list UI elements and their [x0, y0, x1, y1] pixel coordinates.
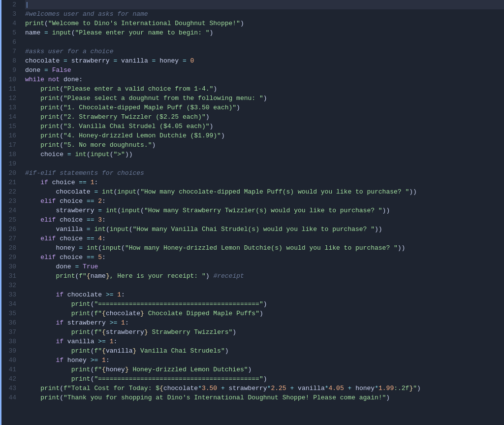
line-num-3: 3 [1, 9, 16, 19]
line-num-43: 43 [1, 384, 16, 393]
line-num-34: 34 [1, 299, 16, 309]
code-line-14: print("2. Strawberry Twizzler ($2.25 eac… [25, 112, 504, 122]
line-num-25: 25 [1, 215, 16, 225]
line-num-6: 6 [1, 37, 16, 47]
code-line-15: print("3. Vanilla Chai Strudel ($4.05 ea… [25, 122, 504, 131]
line-num-31: 31 [1, 271, 16, 281]
line-num-37: 37 [1, 327, 16, 337]
line-num-11: 11 [1, 84, 16, 94]
line-num-22: 22 [1, 187, 16, 196]
line-num-36: 36 [1, 318, 16, 327]
code-line-16: print("4. Honey-drizzled Lemon Dutchie (… [25, 131, 504, 140]
code-line-11: print("Please enter a valid choice from … [25, 84, 504, 94]
line-num-20: 20 [1, 168, 16, 178]
code-line-6 [25, 37, 504, 47]
line-num-28: 28 [1, 243, 16, 253]
line-num-10: 10 [1, 75, 16, 84]
code-line-23: elif choice == 2: [25, 196, 504, 206]
line-num-39: 39 [1, 346, 16, 356]
code-line-3: #welcomes user and asks for name [25, 9, 504, 19]
code-line-4: print("Welcome to Dino's International D… [25, 19, 504, 28]
line-num-29: 29 [1, 253, 16, 262]
code-line-22: chocolate = int(input("How many chocolat… [25, 187, 504, 196]
code-line-21: if choice == 1: [25, 178, 504, 187]
code-line-38: if vanilla >= 1: [25, 337, 504, 346]
code-line-30: done = True [25, 262, 504, 271]
code-line-12: print("Please select a doughnut from the… [25, 94, 504, 103]
line-num-5: 5 [1, 28, 16, 37]
code-line-13: print("1. Chocolate-dipped Maple Puff ($… [25, 103, 504, 112]
line-num-18: 18 [1, 150, 16, 159]
code-content[interactable]: | #welcomes user and asks for name print… [20, 0, 504, 425]
line-num-35: 35 [1, 309, 16, 318]
code-line-44: print("Thank you for shopping at Dino's … [25, 393, 504, 402]
code-line-31: print(f"{name}, Here is your receipt: ")… [25, 271, 504, 281]
line-num-44: 44 [1, 393, 16, 402]
line-numbers: 2 3 4 5 6 7 8 9 10 11 12 13 14 15 16 17 … [1, 0, 20, 425]
code-line-2: | [25, 0, 504, 9]
code-line-34: print("=================================… [25, 299, 504, 309]
code-line-17: print("5. No more doughnuts.") [25, 140, 504, 150]
line-num-27: 27 [1, 234, 16, 243]
code-line-10: while not done: [25, 75, 504, 84]
code-line-18: choice = int(input(">")) [25, 150, 504, 159]
line-num-13: 13 [1, 103, 16, 112]
code-line-8: chocolate = strawberry = vanilla = honey… [25, 56, 504, 65]
line-num-42: 42 [1, 374, 16, 384]
line-num-23: 23 [1, 196, 16, 206]
code-line-24: strawberry = int(input("How many Strawbe… [25, 206, 504, 215]
line-num-8: 8 [1, 56, 16, 65]
code-line-43: print(f"Total Cost for Today: ${chocolat… [25, 384, 504, 393]
code-line-32 [25, 281, 504, 290]
code-line-19 [25, 159, 504, 168]
code-editor: 2 3 4 5 6 7 8 9 10 11 12 13 14 15 16 17 … [0, 0, 504, 425]
line-num-15: 15 [1, 122, 16, 131]
code-line-40: if honey >= 1: [25, 356, 504, 365]
code-line-42: print("=================================… [25, 374, 504, 384]
line-num-33: 33 [1, 290, 16, 299]
code-line-20: #if-elif statements for choices [25, 168, 504, 178]
line-num-9: 9 [1, 65, 16, 75]
line-num-4: 4 [1, 19, 16, 28]
code-line-39: print(f"{vanilla} Vanilla Chai Strudels"… [25, 346, 504, 356]
code-line-7: #asks user for a choice [25, 47, 504, 56]
code-line-9: done = False [25, 65, 504, 75]
code-line-36: if strawberry >= 1: [25, 318, 504, 327]
line-num-26: 26 [1, 225, 16, 234]
line-num-38: 38 [1, 337, 16, 346]
line-num-32: 32 [1, 281, 16, 290]
code-line-25: elif choice == 3: [25, 215, 504, 225]
line-num-7: 7 [1, 47, 16, 56]
line-num-12: 12 [1, 94, 16, 103]
code-line-41: print(f"{honey} Honey-drizzled Lemon Dut… [25, 365, 504, 374]
code-line-26: vanilla = int(input("How many Vanilla Ch… [25, 225, 504, 234]
line-num-19: 19 [1, 159, 16, 168]
line-num-14: 14 [1, 112, 16, 122]
code-line-35: print(f"{chocolate} Chocolate Dipped Map… [25, 309, 504, 318]
line-num-40: 40 [1, 356, 16, 365]
code-line-37: print(f"{strawberry} Strawberry Twizzler… [25, 327, 504, 337]
code-line-5: name = input("Please enter your name to … [25, 28, 504, 37]
code-line-28: honey = int(input("How many Honey-drizzl… [25, 243, 504, 253]
line-num-2: 2 [1, 0, 16, 9]
line-num-21: 21 [1, 178, 16, 187]
line-num-16: 16 [1, 131, 16, 140]
line-num-24: 24 [1, 206, 16, 215]
line-num-30: 30 [1, 262, 16, 271]
line-num-41: 41 [1, 365, 16, 374]
code-line-33: if chocolate >= 1: [25, 290, 504, 299]
line-num-17: 17 [1, 140, 16, 150]
code-line-27: elif choice == 4: [25, 234, 504, 243]
code-line-29: elif choice == 5: [25, 253, 504, 262]
